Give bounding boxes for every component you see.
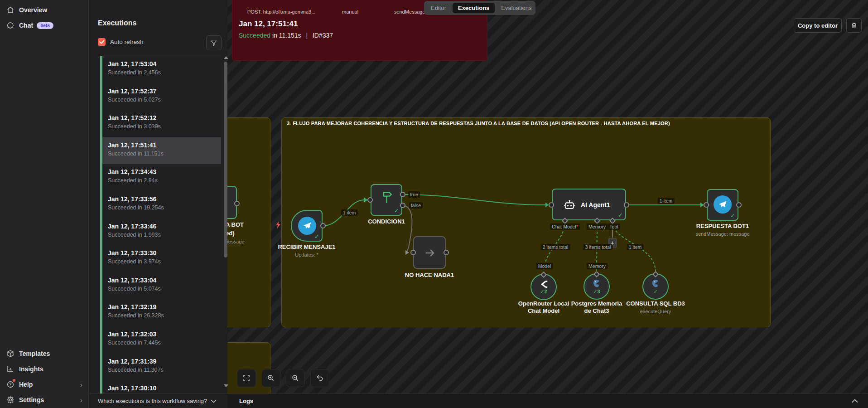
chevron-right-icon: › <box>80 381 82 389</box>
node-label: RECIBIR MENSAJE1 <box>257 243 357 250</box>
node-label-partial: ed) <box>227 230 262 237</box>
scrollbar[interactable] <box>223 56 228 393</box>
output-handle[interactable] <box>736 202 742 208</box>
input-handle[interactable] <box>410 250 416 255</box>
input-handle[interactable] <box>549 202 554 208</box>
execution-status: Succeeded in 19.254s <box>108 204 221 211</box>
telegram-icon <box>714 195 732 214</box>
port-label-memory: Memory <box>587 223 608 230</box>
success-check-icon: ✓ <box>314 233 319 240</box>
robot-icon <box>563 199 576 211</box>
output-handle-true[interactable] <box>400 192 405 197</box>
run-count: ✓3 <box>593 289 600 294</box>
sidebar-item-insights[interactable]: Insights <box>0 363 89 375</box>
postgres-icon <box>592 279 602 289</box>
output-handle[interactable] <box>320 223 326 228</box>
sidebar-item-overview[interactable]: Overview <box>0 4 89 16</box>
auto-refresh-label: Auto refresh <box>110 39 144 45</box>
scroll-down-icon[interactable] <box>224 384 228 387</box>
port-label-tool: Tool <box>608 223 620 230</box>
node-no-hace-nada[interactable] <box>413 236 446 269</box>
clipped-node-label: sendMessage: <box>394 9 427 15</box>
execution-banner-status: Succeeded in 11.151s | ID#337 <box>239 32 333 39</box>
execution-item[interactable]: Jan 12, 17:52:12Succeeded in 3.039s <box>100 110 221 137</box>
execution-item[interactable]: Jan 12, 17:31:39Succeeded in 11.307s <box>100 354 221 381</box>
edge-label: 2 items total <box>541 244 570 250</box>
edge-label: 1 item <box>658 198 675 204</box>
execution-status: Succeeded in 2.94s <box>108 177 221 184</box>
help-icon <box>6 380 14 389</box>
postgres-icon <box>651 279 661 289</box>
execution-status-succeeded: Succeeded <box>239 32 270 39</box>
input-handle[interactable] <box>367 197 373 203</box>
node-respuesta-bot[interactable]: ✓ <box>707 189 738 221</box>
tab-executions[interactable]: Executions <box>453 3 495 13</box>
execution-item[interactable]: Jan 12, 17:30:10 <box>100 380 221 393</box>
workflow-canvas[interactable]: 3- FLUJO PARA MEJORAR COHERENCIA Y ESTRU… <box>227 0 868 408</box>
execution-date: Jan 12, 17:52:12 <box>108 114 221 121</box>
output-handle[interactable] <box>624 202 629 208</box>
execution-item[interactable]: Jan 12, 17:33:04Succeeded in 5.074s <box>100 272 221 300</box>
output-handle[interactable] <box>444 250 449 255</box>
clipped-node-label: POST: http://ollama-gemma3... <box>247 9 315 15</box>
main-sidebar: Overview Chat beta Templates Insights <box>0 0 89 408</box>
execution-item[interactable]: Jan 12, 17:33:46Succeeded in 1.993s <box>100 219 221 246</box>
execution-item[interactable]: Jan 12, 17:53:04Succeeded in 2.456s <box>100 56 221 83</box>
run-check: ✓ <box>653 289 657 294</box>
fit-view-button[interactable] <box>237 369 256 387</box>
execution-status: Succeeded in 3.974s <box>108 258 221 265</box>
execution-item[interactable]: Jan 12, 17:52:37Succeeded in 5.027s <box>100 83 221 111</box>
input-handle[interactable] <box>704 202 709 208</box>
execution-item[interactable]: Jan 12, 17:33:56Succeeded in 19.254s <box>100 191 221 219</box>
tab-evaluations[interactable]: Evaluations <box>496 3 537 13</box>
zoom-in-button[interactable] <box>261 369 280 387</box>
workflow-saving-question[interactable]: Which executions is this workflow saving… <box>89 393 227 408</box>
executions-panel-title: Executions <box>98 19 136 27</box>
sidebar-item-help[interactable]: Help › <box>0 378 89 391</box>
execution-id: ID#337 <box>313 32 333 39</box>
execution-status: Succeeded in 3.039s <box>108 123 221 130</box>
noop-arrow-icon <box>424 247 436 259</box>
node-title: AI Agent1 <box>581 201 610 209</box>
logs-bar[interactable]: Logs <box>227 393 868 408</box>
delete-execution-button[interactable] <box>846 18 862 33</box>
openrouter-icon <box>539 280 549 289</box>
auto-refresh-checkbox[interactable] <box>98 38 106 46</box>
node-label: RESPUESTA BOT1 <box>673 223 772 229</box>
execution-status: Succeeded in 11.151s <box>108 151 221 157</box>
execution-status: Succeeded in 7.445s <box>108 340 221 346</box>
insights-icon <box>6 365 14 373</box>
execution-item[interactable]: Jan 12, 17:32:03Succeeded in 7.445s <box>100 326 221 354</box>
execution-item[interactable]: Jan 12, 17:33:30Succeeded in 3.974s <box>100 245 221 272</box>
execution-item[interactable]: Jan 12, 17:51:41Succeeded in 11.151s <box>100 137 221 165</box>
sidebar-item-settings[interactable]: Settings › <box>0 393 89 406</box>
scrollbar-thumb[interactable] <box>224 62 227 257</box>
scroll-up-icon[interactable] <box>224 56 228 59</box>
sidebar-item-templates[interactable]: Templates <box>0 347 89 360</box>
zoom-out-button[interactable] <box>286 369 305 387</box>
output-handle-false[interactable] <box>400 203 405 208</box>
execution-duration: in 11.151s <box>272 32 301 39</box>
execution-date: Jan 12, 17:31:39 <box>108 358 221 365</box>
copy-to-editor-button[interactable]: Copy to editor <box>794 18 842 33</box>
node-condicion[interactable]: ✓ <box>371 184 402 216</box>
n8n-executions-view: 3- FLUJO PARA MEJORAR COHERENCIA Y ESTRU… <box>0 0 868 408</box>
auto-refresh-row[interactable]: Auto refresh <box>98 38 144 46</box>
tab-editor[interactable]: Editor <box>425 3 452 13</box>
sidebar-item-chat[interactable]: Chat beta <box>0 19 89 32</box>
reset-zoom-button[interactable] <box>310 369 329 387</box>
templates-icon <box>6 350 14 358</box>
chevron-down-icon <box>211 399 217 403</box>
execution-item[interactable]: Jan 12, 17:34:43Succeeded in 2.94s <box>100 164 221 191</box>
node-ai-agent[interactable]: AI Agent1 ✓ <box>552 189 626 220</box>
chevron-up-icon[interactable] <box>852 399 858 403</box>
notification-dot <box>13 379 15 382</box>
output-handle[interactable] <box>234 201 240 206</box>
node-label: CONSULTA SQL BD3 <box>606 300 705 307</box>
execution-status: Succeeded in 2.456s <box>108 69 221 76</box>
filter-button[interactable] <box>206 35 222 50</box>
execution-date: Jan 12, 17:33:46 <box>108 223 221 230</box>
node-recibir-mensaje[interactable]: ✓ <box>291 210 323 242</box>
beta-badge: beta <box>37 22 53 29</box>
execution-item[interactable]: Jan 12, 17:32:19Succeeded in 26.328s <box>100 299 221 326</box>
